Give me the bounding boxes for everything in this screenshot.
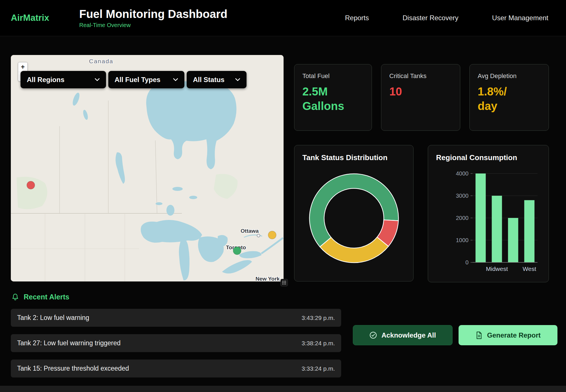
chart-title: Regional Consumption xyxy=(436,153,541,162)
alert-row[interactable]: Tank 2: Low fuel warning 3:43:29 p.m. xyxy=(11,309,341,327)
status-filter-dropdown[interactable]: All Status xyxy=(187,71,247,88)
generate-report-button[interactable]: Generate Report xyxy=(459,325,557,345)
ottawa-city-dot xyxy=(257,234,260,237)
regional-consumption-card: Regional Consumption 01000200030004000Mi… xyxy=(428,145,549,282)
svg-text:2000: 2000 xyxy=(456,215,469,221)
alert-message: Tank 15: Pressure threshold exceeded xyxy=(17,365,129,372)
chevron-down-icon xyxy=(95,78,100,81)
resize-handle-icon[interactable] xyxy=(280,279,288,286)
bar xyxy=(492,196,502,262)
donut-segment-warning xyxy=(320,237,388,263)
status-filter-value: All Status xyxy=(193,76,225,84)
stat-card-avg-depletion: Avg Depletion 1.8%/ day xyxy=(469,64,549,131)
recent-alerts-title: Recent Alerts xyxy=(24,293,69,301)
map-panel: Canada Ottawa Toronto New York + − All R… xyxy=(11,55,284,281)
chart-title: Tank Status Distribution xyxy=(302,153,405,162)
bar xyxy=(476,173,486,262)
alert-timestamp: 3:33:24 p.m. xyxy=(302,365,335,372)
svg-text:1000: 1000 xyxy=(456,237,469,243)
nav-disaster-recovery[interactable]: Disaster Recovery xyxy=(403,14,459,22)
map-label-canada: Canada xyxy=(89,58,113,64)
bar xyxy=(524,200,535,262)
generate-report-label: Generate Report xyxy=(487,331,541,339)
svg-text:4000: 4000 xyxy=(456,170,469,177)
acknowledge-all-button[interactable]: Acknowledge All xyxy=(353,325,453,345)
fuel-type-filter-value: All Fuel Types xyxy=(115,76,160,84)
map-filters: All Regions All Fuel Types All Status xyxy=(21,71,247,88)
svg-text:Midwest: Midwest xyxy=(486,266,508,272)
alert-message: Tank 2: Low fuel warning xyxy=(17,314,89,322)
footer-bar xyxy=(0,386,566,392)
app-header: AirMatrix Fuel Monitoring Dashboard Real… xyxy=(0,0,566,36)
svg-text:0: 0 xyxy=(465,259,469,266)
acknowledge-all-label: Acknowledge All xyxy=(381,331,436,339)
fuel-type-filter-dropdown[interactable]: All Fuel Types xyxy=(108,71,184,88)
svg-text:West: West xyxy=(523,266,536,272)
bell-icon xyxy=(11,293,19,301)
check-circle-icon xyxy=(369,331,377,339)
recent-alerts-header: Recent Alerts xyxy=(11,293,69,301)
fuel-monitoring-dashboard: AirMatrix Fuel Monitoring Dashboard Real… xyxy=(0,0,566,392)
alert-timestamp: 3:38:24 p.m. xyxy=(302,340,335,347)
stat-value-avg-depletion: 1.8%/ day xyxy=(478,84,541,113)
alert-message: Tank 27: Low fuel warning triggered xyxy=(17,339,121,347)
stat-value-critical-tanks: 10 xyxy=(389,84,452,99)
stat-value-total-fuel: 2.5M Gallons xyxy=(302,84,364,113)
map-label-new-york: New York xyxy=(256,276,280,281)
map-label-ottawa: Ottawa xyxy=(241,228,259,234)
tank-marker-warning[interactable] xyxy=(268,231,276,239)
bar xyxy=(508,218,518,262)
alert-row[interactable]: Tank 15: Pressure threshold exceeded 3:3… xyxy=(11,360,341,377)
page-subtitle: Real-Time Overview xyxy=(79,22,227,28)
svg-text:3000: 3000 xyxy=(456,193,469,199)
tank-status-card: Tank Status Distribution xyxy=(294,145,414,281)
nav-user-management[interactable]: User Management xyxy=(492,14,548,22)
chevron-down-icon xyxy=(235,78,240,81)
document-icon xyxy=(475,331,483,339)
regional-consumption-chart[interactable]: 01000200030004000MidwestWest xyxy=(436,163,541,273)
tank-marker-critical[interactable] xyxy=(27,181,35,189)
zoom-in-button[interactable]: + xyxy=(18,62,27,72)
stat-label: Critical Tanks xyxy=(389,72,452,80)
tank-status-donut[interactable] xyxy=(308,172,400,265)
alert-timestamp: 3:43:29 p.m. xyxy=(302,315,335,321)
stat-card-critical-tanks: Critical Tanks 10 xyxy=(381,64,460,131)
title-block: Fuel Monitoring Dashboard Real-Time Over… xyxy=(79,8,227,28)
region-filter-dropdown[interactable]: All Regions xyxy=(21,71,106,88)
main-nav: Reports Disaster Recovery User Managemen… xyxy=(345,14,548,22)
region-filter-value: All Regions xyxy=(27,76,64,84)
alert-row[interactable]: Tank 27: Low fuel warning triggered 3:38… xyxy=(11,334,341,352)
stat-card-total-fuel: Total Fuel 2.5M Gallons xyxy=(294,64,372,131)
map-canvas[interactable]: Canada Ottawa Toronto New York xyxy=(11,55,284,281)
donut-chart-wrap xyxy=(302,172,405,265)
chevron-down-icon xyxy=(173,78,178,81)
tank-marker-normal[interactable] xyxy=(233,247,241,255)
brand-logo[interactable]: AirMatrix xyxy=(11,13,79,23)
page-title: Fuel Monitoring Dashboard xyxy=(79,8,227,21)
stat-label: Avg Depletion xyxy=(478,72,541,80)
stat-label: Total Fuel xyxy=(302,72,364,80)
nav-reports[interactable]: Reports xyxy=(345,14,369,22)
